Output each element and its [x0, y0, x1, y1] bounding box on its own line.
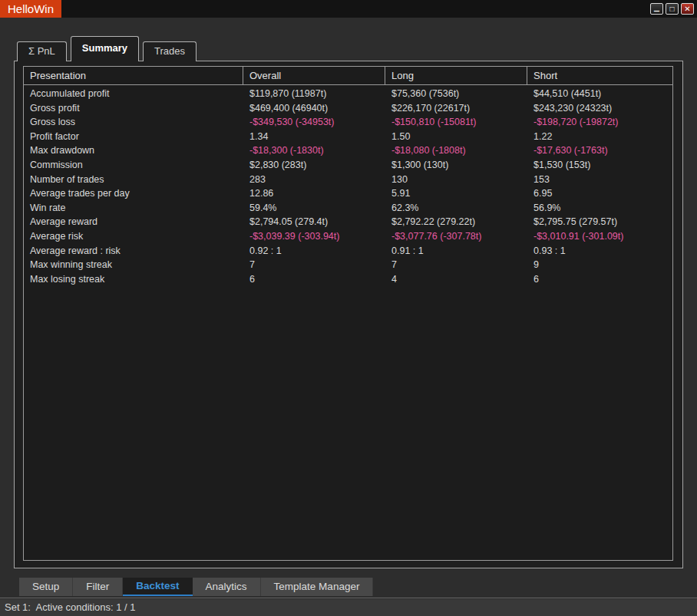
table-row[interactable]: Commission$2,830 (283t)$1,300 (130t)$1,5…: [24, 158, 672, 173]
row-value: -$17,630 (-1763t): [527, 143, 672, 158]
row-value: 1.22: [527, 130, 672, 144]
minimize-icon: ▁: [654, 3, 659, 13]
row-value: $243,230 (24323t): [527, 101, 672, 116]
minimize-button[interactable]: ▁: [650, 3, 663, 15]
status-text: Set 1: Active conditions: 1 / 1: [0, 598, 136, 616]
row-label: Gross loss: [24, 115, 243, 130]
column-header-overall: Overall: [243, 67, 385, 84]
tab-summary[interactable]: Summary: [71, 36, 139, 61]
row-value: 7: [385, 258, 527, 272]
row-value: 153: [527, 173, 672, 187]
row-value: $2,795.75 (279.57t): [527, 215, 672, 229]
row-value: 1.50: [385, 130, 527, 144]
row-label: Gross profit: [24, 101, 243, 116]
row-value: 0.91 : 1: [385, 244, 527, 259]
table-row[interactable]: Average reward : risk0.92 : 10.91 : 10.9…: [24, 244, 672, 259]
table-row[interactable]: Gross loss-$349,530 (-34953t)-$150,810 (…: [24, 115, 672, 130]
table-body: Accumulated profit$119,870 (11987t)$75,3…: [24, 85, 672, 560]
row-label: Average reward : risk: [24, 244, 243, 259]
row-value: $1,300 (130t): [385, 158, 527, 173]
row-value: 6.95: [527, 186, 672, 201]
row-label: Average trades per day: [24, 186, 243, 201]
row-value: -$3,039.39 (-303.94t): [243, 229, 385, 244]
table-row[interactable]: Max losing streak646: [24, 272, 672, 287]
title-bar[interactable]: HelloWin ▁ □ ✕: [0, 0, 697, 18]
table-row[interactable]: Average risk-$3,039.39 (-303.94t)-$3,077…: [24, 229, 672, 244]
row-value: $2,794.05 (279.4t): [243, 215, 385, 229]
row-label: Average reward: [24, 215, 243, 229]
bottom-tab-strip: SetupFilterBacktestAnalyticsTemplate Man…: [19, 578, 373, 596]
close-button[interactable]: ✕: [681, 3, 694, 15]
row-value: -$3,077.76 (-307.78t): [385, 229, 527, 244]
summary-panel: Presentation Overall Long Short Accumula…: [14, 61, 683, 568]
bottom-tab-setup[interactable]: Setup: [19, 578, 73, 596]
row-value: 5.91: [385, 186, 527, 201]
bottom-tab-template-manager[interactable]: Template Manager: [261, 578, 374, 596]
row-value: 56.9%: [527, 201, 672, 216]
row-value: -$18,300 (-1830t): [243, 143, 385, 158]
table-row[interactable]: Number of trades283130153: [24, 173, 672, 187]
row-value: 0.92 : 1: [243, 244, 385, 259]
row-value: -$3,010.91 (-301.09t): [527, 229, 672, 244]
row-value: 9: [527, 258, 672, 272]
row-value: $1,530 (153t): [527, 158, 672, 173]
row-label: Win rate: [24, 201, 243, 216]
table-row[interactable]: Gross profit$469,400 (46940t)$226,170 (2…: [24, 101, 672, 116]
row-label: Max drawdown: [24, 143, 243, 158]
row-label: Max winning streak: [24, 258, 243, 272]
table-header-row: Presentation Overall Long Short: [24, 67, 672, 85]
row-value: 130: [385, 173, 527, 187]
window-title: HelloWin: [0, 0, 61, 18]
row-value: 6: [527, 272, 672, 287]
table-row[interactable]: Profit factor1.341.501.22: [24, 130, 672, 144]
row-value: -$349,530 (-34953t): [243, 115, 385, 130]
table-row[interactable]: Max winning streak779: [24, 258, 672, 272]
bottom-tab-backtest[interactable]: Backtest: [123, 578, 192, 596]
bottom-tab-analytics[interactable]: Analytics: [193, 578, 261, 596]
row-value: $44,510 (4451t): [527, 87, 672, 101]
tab-pnl[interactable]: Σ PnL: [17, 41, 67, 61]
close-icon: ✕: [684, 4, 690, 14]
row-value: $2,830 (283t): [243, 158, 385, 173]
bottom-tab-filter[interactable]: Filter: [73, 578, 123, 596]
row-value: 62.3%: [385, 201, 527, 216]
column-header-presentation: Presentation: [24, 67, 243, 84]
table-row[interactable]: Max drawdown-$18,300 (-1830t)-$18,080 (-…: [24, 143, 672, 158]
row-value: $119,870 (11987t): [243, 87, 385, 101]
row-label: Number of trades: [24, 173, 243, 187]
table-row[interactable]: Accumulated profit$119,870 (11987t)$75,3…: [24, 87, 672, 101]
row-label: Average risk: [24, 229, 243, 244]
row-value: $226,170 (22617t): [385, 101, 527, 116]
row-value: $469,400 (46940t): [243, 101, 385, 116]
row-value: 12.86: [243, 186, 385, 201]
row-value: 0.93 : 1: [527, 244, 672, 259]
row-label: Profit factor: [24, 130, 243, 144]
table-row[interactable]: Average trades per day12.865.916.95: [24, 186, 672, 201]
tab-trades[interactable]: Trades: [143, 41, 197, 61]
row-value: 59.4%: [243, 201, 385, 216]
table-row[interactable]: Average reward$2,794.05 (279.4t)$2,792.2…: [24, 215, 672, 229]
row-value: -$18,080 (-1808t): [385, 143, 527, 158]
maximize-button[interactable]: □: [666, 3, 679, 15]
row-value: 1.34: [243, 130, 385, 144]
row-value: $75,360 (7536t): [385, 87, 527, 101]
app-window: HelloWin ▁ □ ✕ Σ PnL Summary Trades Pres…: [0, 0, 697, 616]
top-tab-strip: Σ PnL Summary Trades: [17, 36, 200, 61]
row-label: Commission: [24, 158, 243, 173]
window-controls: ▁ □ ✕: [650, 3, 694, 15]
row-value: 6: [243, 272, 385, 287]
status-bar: Set 1: Active conditions: 1 / 1: [0, 598, 697, 616]
table-row[interactable]: Win rate59.4%62.3%56.9%: [24, 201, 672, 216]
row-value: -$198,720 (-19872t): [527, 115, 672, 130]
maximize-icon: □: [669, 4, 674, 14]
row-label: Accumulated profit: [24, 87, 243, 101]
row-value: 4: [385, 272, 527, 287]
row-value: $2,792.22 (279.22t): [385, 215, 527, 229]
column-header-short: Short: [527, 67, 672, 84]
column-header-long: Long: [385, 67, 527, 84]
row-value: 283: [243, 173, 385, 187]
row-value: 7: [243, 258, 385, 272]
row-label: Max losing streak: [24, 272, 243, 287]
stats-table: Presentation Overall Long Short Accumula…: [23, 66, 673, 561]
row-value: -$150,810 (-15081t): [385, 115, 527, 130]
